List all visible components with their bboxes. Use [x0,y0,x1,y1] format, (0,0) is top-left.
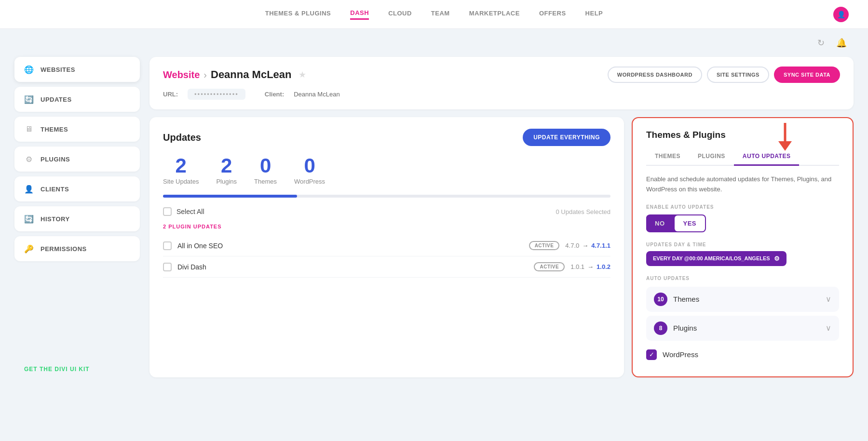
history-icon: 🔄 [24,214,34,224]
sync-site-data-button[interactable]: SYNC SITE DATA [774,67,840,83]
site-settings-button[interactable]: SITE SETTINGS [707,67,769,83]
select-all-checkbox[interactable] [163,207,172,216]
favorite-star-icon[interactable]: ★ [298,69,306,80]
toggle-no[interactable]: NO [646,215,674,231]
stat-label-wordpress: WordPress [294,178,325,185]
stats-row: 2 Site Updates 2 Plugins 0 Themes 0 Word… [163,156,610,185]
select-all-left: Select All [163,207,204,216]
main-layout: 🌐 WEBSITES 🔄 UPDATES 🖥 THEMES ⚙ PLUGINS … [0,57,868,392]
auto-item-plugins[interactable]: 8 Plugins ∨ [646,316,839,341]
select-all-row: Select All 0 Updates Selected [163,207,610,216]
schedule-badge[interactable]: EVERY DAY @00:00 AMERICA/LOS_ANGELES ⚙ [646,251,787,266]
schedule-gear-icon[interactable]: ⚙ [774,255,780,262]
site-name: Deanna McLean [211,68,292,81]
version-to-0: 4.7.1.1 [591,242,610,249]
updates-header: Updates UPDATE EVERYTHING [163,129,610,146]
stat-site-updates: 2 Site Updates [163,156,199,185]
auto-item-plugins-left: 8 Plugins [654,321,697,335]
wordpress-row: ✓ WordPress [646,345,839,365]
client-value: Deanna McLean [294,91,339,98]
breadcrumb-row: Website › Deanna McLean ★ WORDPRESS DASH… [163,67,840,83]
version-from-1: 1.0.1 [570,263,584,270]
refresh-button[interactable]: ↻ [815,36,827,50]
toggle-yes[interactable]: YES [675,215,705,231]
svg-marker-1 [778,141,792,151]
nav-dash[interactable]: DASH [350,9,369,20]
updates-title: Updates [163,132,201,143]
client-label: Client: [265,91,284,98]
plugin-checkbox-1[interactable] [163,263,172,271]
user-avatar[interactable]: 👤 [833,7,849,22]
plugin-badge-1: ACTIVE [534,262,565,271]
update-everything-button[interactable]: UPDATE EVERYTHING [523,129,610,146]
auto-item-themes-left: 10 Themes [654,293,699,306]
stat-label-plugins: Plugins [216,178,237,185]
nav-marketplace[interactable]: MARKETPLACE [469,10,520,19]
stat-plugins: 2 Plugins [216,156,237,185]
version-info-0: 4.7.0 → 4.7.1.1 [565,242,610,249]
auto-updates-section-label: AUTO UPDATES [646,276,839,281]
updates-icon: 🔄 [24,94,34,104]
sidebar-bottom: GET THE DIVI UI KIT [14,351,140,377]
plugins-chevron-icon: ∨ [826,323,831,333]
version-arrow-1: → [587,263,594,270]
schedule-text: EVERY DAY @00:00 AMERICA/LOS_ANGELES [653,255,770,261]
stat-num-wordpress: 0 [294,156,325,176]
auto-updates-toggle[interactable]: NO YES [646,214,706,232]
enable-auto-updates-label: ENABLE AUTO UPDATES [646,204,839,210]
stat-themes: 0 Themes [254,156,277,185]
stat-num-plugins: 2 [216,156,237,176]
sidebar-item-permissions[interactable]: 🔑 PERMISSIONS [14,236,140,261]
sidebar-item-plugins[interactable]: ⚙ PLUGINS [14,147,140,172]
permissions-icon: 🔑 [24,244,34,254]
breadcrumb-website[interactable]: Website [163,69,200,80]
wordpress-dashboard-button[interactable]: WORDPRESS DASHBOARD [608,67,702,83]
plugins-count-badge: 8 [654,321,667,335]
plugin-row-1: Divi Dash ACTIVE 1.0.1 → 1.0.2 [163,256,610,278]
tab-themes[interactable]: THEMES [646,149,689,166]
sidebar-label-themes: THEMES [41,126,68,133]
plugin-checkbox-0[interactable] [163,241,172,250]
themes-icon: 🖥 [24,124,34,134]
wordpress-checkbox[interactable]: ✓ [646,349,657,360]
updates-panel: Updates UPDATE EVERYTHING 2 Site Updates… [149,117,624,377]
version-info-1: 1.0.1 → 1.0.2 [570,263,610,270]
main-content: Website › Deanna McLean ★ WORDPRESS DASH… [149,57,854,377]
sidebar-item-history[interactable]: 🔄 HISTORY [14,206,140,231]
sidebar-item-themes[interactable]: 🖥 THEMES [14,117,140,142]
sidebar-label-websites: WEBSITES [41,66,75,73]
panel-tabs: THEMES PLUGINS AUTO UPDATES [646,149,839,166]
version-from-0: 4.7.0 [565,242,579,249]
nav-help[interactable]: HELP [585,10,603,19]
updates-selected-count: 0 Updates Selected [556,208,610,215]
plugin-badge-0: ACTIVE [529,241,560,250]
sidebar-item-updates[interactable]: 🔄 UPDATES [14,87,140,112]
nav-cloud[interactable]: CLOUD [388,10,412,19]
version-arrow-0: → [582,242,588,249]
header-actions: WORDPRESS DASHBOARD SITE SETTINGS SYNC S… [608,67,840,83]
themes-count-badge: 10 [654,293,667,306]
auto-item-themes[interactable]: 10 Themes ∨ [646,287,839,312]
sidebar-item-websites[interactable]: 🌐 WEBSITES [14,57,140,82]
nav-team[interactable]: TEAM [431,10,450,19]
progress-bar-fill [163,195,297,198]
tab-plugins[interactable]: PLUGINS [689,149,734,166]
get-kit-link[interactable]: GET THE DIVI UI KIT [14,361,140,377]
nav-offers[interactable]: OFFERS [539,10,566,19]
page-header: Website › Deanna McLean ★ WORDPRESS DASH… [149,57,854,109]
red-arrow-indicator [775,123,795,155]
themes-chevron-icon: ∨ [826,294,831,304]
select-all-label[interactable]: Select All [176,208,204,215]
breadcrumb-separator: › [203,69,207,80]
notifications-button[interactable]: 🔔 [834,36,849,50]
panel-description: Enable and schedule automated updates fo… [646,174,839,195]
schedule-row: EVERY DAY @00:00 AMERICA/LOS_ANGELES ⚙ [646,251,839,266]
nav-links: THEMES & PLUGINS DASH CLOUD TEAM MARKETP… [265,9,603,20]
sidebar: 🌐 WEBSITES 🔄 UPDATES 🖥 THEMES ⚙ PLUGINS … [14,57,140,377]
sidebar-item-clients[interactable]: 👤 CLIENTS [14,176,140,201]
nav-themes-plugins[interactable]: THEMES & PLUGINS [265,10,331,19]
stat-wordpress: 0 WordPress [294,156,325,185]
version-to-1: 1.0.2 [597,263,610,270]
plugin-name-1: Divi Dash [177,263,528,271]
action-bar: ↻ 🔔 [0,29,868,57]
